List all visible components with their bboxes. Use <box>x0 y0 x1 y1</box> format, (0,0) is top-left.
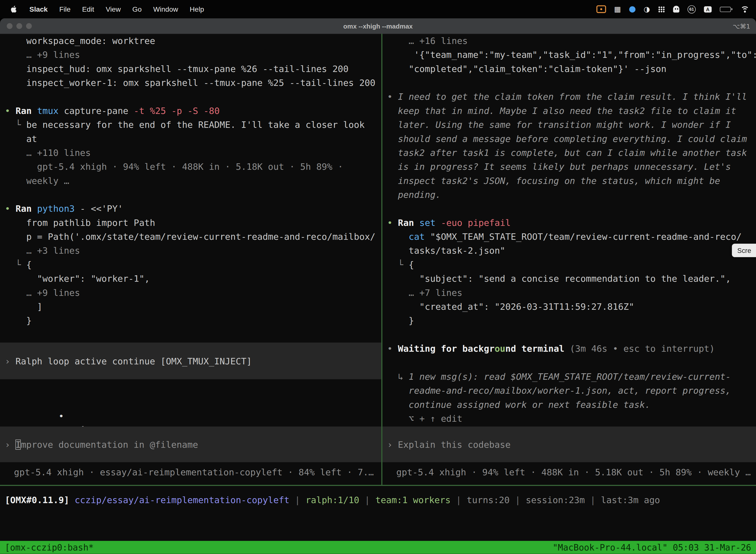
battery-icon[interactable] <box>720 6 733 12</box>
text-segment: ⌥ + ↑ edit <box>387 413 462 424</box>
window-title: omx --xhigh --madmax <box>343 22 413 30</box>
text-segment: Ran <box>398 218 420 228</box>
screen-overlay[interactable]: Scre <box>732 244 756 257</box>
text-segment: | <box>451 495 467 505</box>
text-segment: … +16 lines <box>387 36 468 46</box>
terminal-line <box>387 76 756 90</box>
window-shortcut: ⌥⌘1 <box>733 22 750 30</box>
composer-input-left[interactable]: › I mprove documentation in @filename <box>0 427 381 462</box>
terminal-line: "subject": "send a concise recommendatio… <box>387 272 756 285</box>
input-source-icon[interactable]: A <box>704 6 712 12</box>
text-segment: … +7 lines <box>387 288 462 298</box>
text-segment: "worker": "worker-1", <box>5 274 150 284</box>
text-segment: | <box>585 495 601 505</box>
composer-placeholder: mprove documentation in @filename <box>21 439 198 449</box>
record-dot-icon <box>600 8 602 10</box>
menubar-menus: FileEditViewGoWindowHelp <box>54 5 210 13</box>
titlebar[interactable]: omx --xhigh --madmax ⌥⌘1 <box>0 18 756 34</box>
text-segment: Ran <box>16 106 37 116</box>
terminal-line: ↳ 1 new msg(s): read $OMX_TEAM_STATE_ROO… <box>387 370 756 384</box>
wifi-icon[interactable] <box>741 6 749 12</box>
zoom-button[interactable] <box>26 23 32 29</box>
terminal-line: └ { <box>387 258 756 272</box>
text-segment: { <box>26 260 32 270</box>
pane-divider-vertical[interactable] <box>381 34 382 485</box>
terminal-line: … +16 lines <box>387 34 756 48</box>
battery-body <box>720 6 731 12</box>
menubar-app-name[interactable]: Slack <box>23 5 53 13</box>
tmux-session-window[interactable]: [omx-cczip0:bash* <box>5 542 93 553</box>
terminal-line <box>5 90 381 104</box>
inject-banner[interactable]: › Ralph loop active continue [OMX_TMUX_I… <box>0 342 381 379</box>
text-segment: • <box>387 343 398 354</box>
text-segment: • <box>387 218 398 228</box>
text-segment: … +9 lines <box>5 288 80 298</box>
terminal-line: • Ran tmux capture-pane -t %25 -p -S -80 <box>5 104 381 118</box>
menubar-menu-view[interactable]: View <box>100 5 126 13</box>
contrast-icon[interactable]: ◑ <box>644 5 650 13</box>
terminal-line: … +110 lines <box>5 146 381 160</box>
tmux-host-clock: "MacBook-Pro-44.local" 05:03 31-Mar-26 <box>553 542 751 553</box>
composer-input-right[interactable]: › Explain this codebase <box>382 427 756 462</box>
text-segment: - <<'PY' <box>80 204 123 214</box>
tmux-pane-left[interactable]: workspace_mode: worktree … +9 lines insp… <box>0 34 381 485</box>
text-segment: inspect_hud: omx sparkshell --tmux-pane … <box>5 64 349 74</box>
blue-app-icon[interactable] <box>629 6 635 12</box>
battery-percent-badge[interactable]: 61 <box>688 5 696 13</box>
terminal-line: • I need to get the claim token from the… <box>387 90 756 104</box>
terminal-line: task2 after task1 is complete, but can I… <box>387 146 756 160</box>
terminal-line: gpt-5.4 xhigh · 94% left · 488K in · 5.1… <box>5 160 381 173</box>
desktop: Slack FileEditViewGoWindowHelp ▦ ◑ 61 A <box>0 0 756 554</box>
menubar-menu-file[interactable]: File <box>54 5 76 13</box>
menubar-status-icons: ▦ ◑ 61 A <box>596 5 749 13</box>
text-segment: readme-and-reco/mailbox/worker-1.json, a… <box>387 385 731 396</box>
text-cursor: I <box>15 439 21 449</box>
menubar-menu-go[interactable]: Go <box>126 5 147 13</box>
menubar-menu-help[interactable]: Help <box>184 5 210 13</box>
terminal-line <box>387 356 756 370</box>
terminal-line: from pathlib import Path <box>5 216 381 230</box>
text-segment: 1 new msg(s): read $OMX_TEAM_STATE_ROOT/… <box>409 372 731 382</box>
text-segment: task2 after task1 is complete, but can I… <box>387 148 747 158</box>
text-segment: p = Path('.omx/state/team/review-current… <box>5 232 375 242</box>
terminal-line: pending. <box>387 188 756 202</box>
text-segment: turns:20 <box>467 495 510 505</box>
bullet: • <box>59 411 64 421</box>
text-segment: … +9 lines <box>5 50 80 60</box>
text-segment: [OMX#0.11.9] <box>5 495 74 505</box>
text-segment: gpt-5.4 xhigh · 94% left · 488K in · 5.1… <box>5 162 343 172</box>
close-button[interactable] <box>7 23 12 29</box>
text-segment: | <box>359 495 375 505</box>
prompt-icon: › <box>5 439 10 449</box>
text-segment: └ <box>5 260 26 270</box>
text-segment: capture-pane <box>64 106 134 116</box>
text-segment: set <box>420 218 441 228</box>
ghost-icon[interactable] <box>673 6 679 12</box>
pane-divider-horizontal[interactable] <box>0 485 756 486</box>
terminal-line: } <box>5 314 381 328</box>
menubar-menu-edit[interactable]: Edit <box>76 5 100 13</box>
tiles-icon[interactable]: ▦ <box>614 5 621 13</box>
terminal-window: omx --xhigh --madmax ⌥⌘1 workspace_mode:… <box>0 18 756 554</box>
text-segment: "created_at": "2026-03-31T11:59:27.816Z" <box>387 301 634 312</box>
terminal-line <box>387 202 756 216</box>
text-segment: workspace_mode: worktree <box>5 36 155 46</box>
terminal-line: continue assigned work or next feasible … <box>387 398 756 411</box>
minimize-button[interactable] <box>16 23 22 29</box>
apple-menu[interactable] <box>10 5 17 13</box>
text-segment: cat <box>409 232 430 242</box>
terminal-line: should send a message before completing … <box>387 132 756 146</box>
terminal-line <box>5 188 381 202</box>
terminal-line: └ { <box>5 258 381 272</box>
terminal-line: … +9 lines <box>5 286 381 299</box>
dots-grid-icon[interactable] <box>658 6 665 12</box>
terminal-line: ] <box>5 299 381 314</box>
screen-recording-indicator[interactable] <box>596 5 606 13</box>
text-segment: "$OMX_TEAM_STATE_ROOT/team/review-curren… <box>430 232 742 242</box>
text-segment: continue assigned work or next feasible … <box>387 400 650 410</box>
text-segment: pending. <box>387 189 441 200</box>
tmux-pane-right[interactable]: … +16 lines '{"team_name":"my-team","tas… <box>382 34 756 485</box>
terminal-line: "completed","claim_token":"claim-token"}… <box>387 62 756 76</box>
menubar-menu-window[interactable]: Window <box>147 5 184 13</box>
text-segment: "completed","claim_token":"claim-token"}… <box>387 64 667 74</box>
